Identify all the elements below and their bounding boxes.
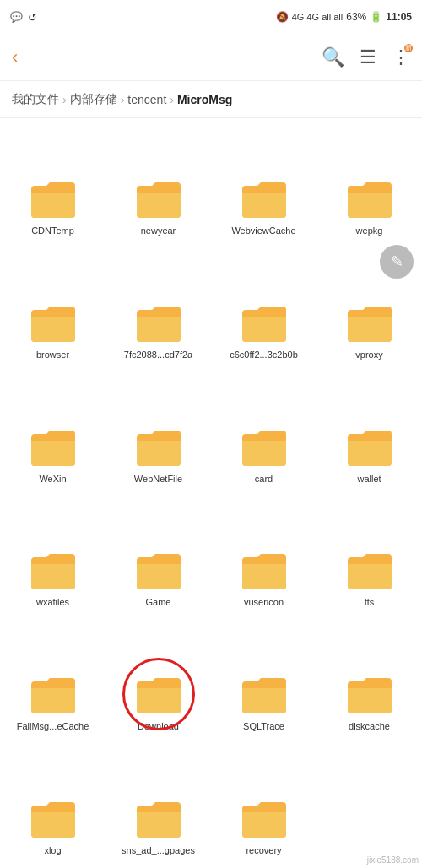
folder-icon-newyear [133,177,184,220]
folder-item-Download[interactable]: Download [106,617,211,741]
folder-label-xlog: xlog [44,844,61,856]
folder-item-card[interactable]: card [211,369,316,493]
battery-icon: 🔋 [370,11,382,23]
folder-icon-recovery [239,797,289,839]
folder-label-WebNetFile: WebNetFile [134,473,182,485]
folder-icon-CDNTemp [28,177,78,220]
folder-label-WeXin: WeXin [39,473,66,485]
folder-label-FailMsgeCache: FailMsg...eCache [17,720,89,732]
folder-icon-card [239,426,289,468]
pencil-icon: ✎ [391,252,403,271]
folder-item-recovery[interactable]: recovery [211,741,316,865]
folder-item-sns_adgpages[interactable]: sns_ad_...gpages [106,741,211,865]
folder-item-wepkg[interactable]: wepkg [316,122,422,246]
watermark: jixie5188.com [367,855,419,865]
breadcrumb-myfiles[interactable]: 我的文件 [12,92,59,107]
folder-icon-SQLTrace [239,673,289,715]
folder-grid: CDNTemp newyear WebviewCache wepkg brows… [0,118,422,868]
folder-label-newyear: newyear [141,225,176,236]
folder-icon-Game [133,549,184,591]
search-icon[interactable]: 🔍 [322,46,344,68]
folder-item-7fc2088cd7f2a[interactable]: 7fc2088...cd7f2a [106,246,211,370]
mute-icon: 🔕 [276,11,289,23]
folder-label-vusericon: vusericon [244,596,284,608]
folder-label-7fc2088cd7f2a: 7fc2088...cd7f2a [124,349,192,361]
folder-icon-wallet [344,426,395,468]
folder-icon-wepkg [344,177,395,220]
status-left: 💬 ↺ [10,11,37,24]
folder-label-CDNTemp: CDNTemp [31,225,74,236]
back-button[interactable]: ‹ [12,46,18,68]
folder-icon-wxafiles [28,549,78,591]
folder-icon-WeXin [28,426,78,468]
folder-icon-sns_adgpages [133,797,184,839]
folder-label-wxafiles: wxafiles [36,596,69,608]
list-icon[interactable]: ☰ [360,46,376,68]
breadcrumb-sep-1: › [62,93,67,106]
badge-new: 新 [404,44,413,52]
breadcrumb-sep-3: › [170,93,174,106]
breadcrumb-internal[interactable]: 内部存储 [70,92,117,107]
folder-item-WebNetFile[interactable]: WebNetFile [106,369,211,493]
nav-bar-left: ‹ [12,46,18,68]
more-icon[interactable]: ⋮ 新 [392,46,410,68]
breadcrumb: 我的文件 › 内部存储 › tencent › MicroMsg [0,81,422,118]
folder-label-vproxy: vproxy [355,349,382,361]
battery-percent: 63% [346,11,366,23]
status-right: 🔕 4G 4G all all 63% 🔋 11:05 [276,11,412,23]
folder-item-newyear[interactable]: newyear [106,122,211,246]
folder-item-FailMsgeCache[interactable]: FailMsg...eCache [0,617,106,741]
folder-item-xlog[interactable]: xlog [0,741,106,865]
folder-item-Game[interactable]: Game [106,493,211,617]
edit-fab-button[interactable]: ✎ [380,245,414,279]
folder-icon-Download [133,673,184,715]
folder-item-wxafiles[interactable]: wxafiles [0,493,106,617]
folder-label-c6c0ff23c2b0b: c6c0ff2...3c2b0b [230,349,298,361]
folder-label-SQLTrace: SQLTrace [243,720,284,732]
folder-icon-vproxy [344,301,395,344]
folder-item-WebviewCache[interactable]: WebviewCache [211,122,316,246]
folder-label-Game: Game [146,596,171,608]
folder-item-CDNTemp[interactable]: CDNTemp [0,122,106,246]
folder-label-wepkg: wepkg [356,225,383,236]
folder-label-sns_adgpages: sns_ad_...gpages [122,844,195,856]
folder-label-card: card [255,473,273,485]
folder-icon-7fc2088cd7f2a [133,301,184,344]
folder-icon-fts [344,549,395,591]
status-bar: 💬 ↺ 🔕 4G 4G all all 63% 🔋 11:05 [0,0,422,34]
folder-label-wallet: wallet [357,473,381,485]
recent-icon: ↺ [28,11,37,24]
folder-icon-WebNetFile [133,426,184,468]
folder-label-diskcache: diskcache [349,720,390,732]
folder-icon-c6c0ff23c2b0b [239,301,289,344]
breadcrumb-sep-2: › [121,93,125,106]
folder-item-WeXin[interactable]: WeXin [0,369,106,493]
msg-icon: 💬 [10,11,23,23]
folder-icon-browser [28,301,78,344]
folder-item-SQLTrace[interactable]: SQLTrace [211,617,316,741]
breadcrumb-tencent[interactable]: tencent [127,93,166,106]
folder-item-browser[interactable]: browser [0,246,106,370]
nav-bar-right: 🔍 ☰ ⋮ 新 [322,46,410,68]
folder-label-browser: browser [36,349,69,361]
time-display: 11:05 [386,11,412,23]
folder-icon-diskcache [344,673,395,715]
folder-item-fts[interactable]: fts [316,493,422,617]
folder-item-vusericon[interactable]: vusericon [211,493,316,617]
folder-label-WebviewCache: WebviewCache [231,225,295,236]
folder-icon-WebviewCache [239,177,289,220]
folder-icon-xlog [28,797,78,839]
nav-bar: ‹ 🔍 ☰ ⋮ 新 [0,34,422,81]
folder-item-diskcache[interactable]: diskcache [316,617,422,741]
breadcrumb-micromsg[interactable]: MicroMsg [177,93,232,106]
folder-item-c6c0ff23c2b0b[interactable]: c6c0ff2...3c2b0b [211,246,316,370]
signal-4g: 4G 4G all all [292,12,344,22]
folder-item-wallet[interactable]: wallet [316,369,422,493]
folder-label-fts: fts [365,596,375,608]
folder-icon-FailMsgeCache [28,673,78,715]
folder-icon-vusericon [239,549,289,591]
folder-label-recovery: recovery [246,844,281,856]
